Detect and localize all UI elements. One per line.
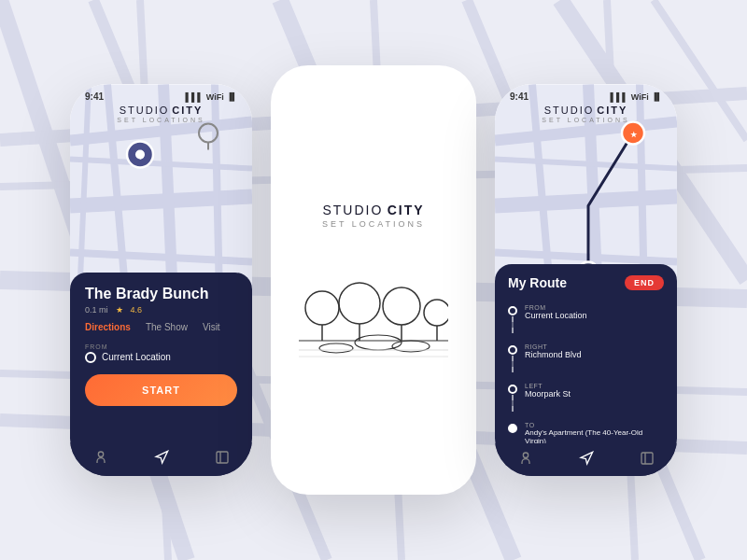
- nav-bookmark-icon[interactable]: [215, 450, 230, 469]
- bottom-nav-left: [70, 442, 252, 476]
- battery-icon-right: ▐▌: [652, 92, 662, 101]
- route-steps: FROM Current Location RIGHT Richmond Blv…: [508, 300, 664, 450]
- nav-navigation-icon[interactable]: [154, 450, 169, 469]
- step-direction-2: RIGHT: [525, 343, 664, 350]
- nav-bookmark-icon-right[interactable]: [640, 451, 655, 469]
- step-direction-3: LEFT: [525, 383, 664, 389]
- svg-text:★: ★: [630, 131, 638, 139]
- svg-point-41: [355, 335, 402, 350]
- step-location-2: Richmond Blvd: [525, 350, 664, 359]
- svg-line-49: [495, 197, 677, 206]
- status-icons-left: ▌▌▌ WiFi ▐▌: [186, 92, 237, 102]
- signal-icon: ▌▌▌: [186, 92, 204, 102]
- svg-text:⬡: ⬡: [137, 152, 144, 161]
- route-step-1: FROM Current Location: [508, 300, 664, 339]
- center-logo-city: CITY: [388, 203, 425, 217]
- nav-person-icon[interactable]: [93, 450, 108, 469]
- step-location-1: Current Location: [525, 311, 664, 320]
- bottom-panel-left: The Brady Bunch 0.1 mi ★ 4.6 Directions …: [70, 273, 252, 476]
- signal-icon-right: ▌▌▌: [611, 92, 628, 102]
- step-indicator-1: [508, 306, 517, 334]
- step-dot-1: [508, 306, 517, 315]
- wifi-icon-right: WiFi: [631, 92, 649, 102]
- panel-title: The Brady Bunch: [85, 286, 237, 302]
- time-right: 9:41: [510, 91, 529, 102]
- status-bar-left: 9:41 ▌▌▌ WiFi ▐▌: [70, 84, 252, 105]
- center-logo: STUDIO CITY SET LOCATIONS: [322, 202, 425, 229]
- svg-point-33: [305, 291, 339, 325]
- step-dot-3: [508, 385, 517, 394]
- step-content-1: FROM Current Location: [525, 304, 664, 320]
- wifi-icon: WiFi: [206, 92, 224, 102]
- step-line-1: [512, 316, 514, 333]
- route-title: My Route: [508, 275, 567, 290]
- svg-marker-30: [156, 451, 168, 463]
- from-dot-icon: [85, 352, 96, 363]
- phone-right: 9:41 ▌▌▌ WiFi ▐▌ STUDIO CITY SET LOCATIO…: [495, 84, 677, 476]
- from-label: FROM: [85, 343, 237, 350]
- center-logo-sub: SET LOCATIONS: [322, 219, 425, 229]
- app-header-left: STUDIO CITY SET LOCATIONS: [70, 105, 252, 123]
- step-dot-2: [508, 345, 517, 355]
- nav-navigation-icon-right[interactable]: [579, 451, 594, 469]
- step-direction-1: FROM: [525, 304, 664, 311]
- center-illustration: [299, 266, 448, 359]
- route-header: My Route END: [508, 275, 664, 290]
- step-location-3: Moorpark St: [525, 389, 664, 399]
- phone-left: 9:41 ▌▌▌ WiFi ▐▌ STUDIO CITY SET LOCATIO…: [70, 84, 252, 476]
- svg-rect-60: [641, 453, 653, 464]
- logo-studio-right: STUDIO: [544, 105, 595, 116]
- step-content-4: TO Andy's Apartment (The 40-Year-Old Vir…: [525, 422, 664, 445]
- rating-stars: ★: [116, 305, 123, 315]
- svg-point-58: [523, 453, 528, 457]
- svg-line-17: [70, 197, 252, 206]
- step-line-2: [512, 356, 514, 372]
- rating-value: 4.6: [131, 305, 143, 315]
- panel-tabs: Directions The Show Visit: [85, 322, 237, 332]
- step-content-3: LEFT Moorpark St: [525, 383, 664, 399]
- tab-show[interactable]: The Show: [146, 322, 188, 332]
- tab-directions[interactable]: Directions: [85, 322, 131, 332]
- nav-person-icon-right[interactable]: [518, 451, 533, 469]
- from-row: Current Location: [85, 352, 237, 363]
- step-indicator-4: [508, 424, 517, 433]
- svg-point-43: [319, 343, 353, 353]
- step-content-2: RIGHT Richmond Blvd: [525, 343, 664, 359]
- step-line-3: [512, 395, 514, 412]
- distance-badge: 0.1 mi: [85, 305, 108, 315]
- logo-sub-left: SET LOCATIONS: [70, 117, 252, 123]
- bottom-nav-right: [495, 443, 677, 476]
- svg-point-29: [98, 452, 103, 456]
- step-direction-4: TO: [525, 422, 664, 428]
- battery-icon: ▐▌: [227, 92, 237, 101]
- svg-marker-59: [581, 452, 593, 464]
- route-step-3: LEFT Moorpark St: [508, 378, 664, 417]
- svg-point-39: [424, 300, 448, 326]
- route-step-2: RIGHT Richmond Blvd: [508, 339, 664, 378]
- svg-point-37: [383, 287, 420, 325]
- svg-rect-31: [217, 452, 228, 463]
- panel-meta: 0.1 mi ★ 4.6: [85, 305, 237, 315]
- start-button[interactable]: START: [85, 374, 237, 406]
- end-button[interactable]: END: [625, 275, 664, 290]
- logo-city-right: CITY: [597, 105, 627, 116]
- phone-center: STUDIO CITY SET LOCATIONS: [271, 65, 476, 495]
- route-panel: My Route END FROM Current Location: [495, 264, 677, 476]
- time-left: 9:41: [85, 91, 104, 102]
- app-header-right: STUDIO CITY SET LOCATIONS: [495, 105, 677, 123]
- step-indicator-3: [508, 385, 517, 413]
- status-icons-right: ▌▌▌ WiFi ▐▌: [611, 92, 662, 102]
- phones-container: 9:41 ▌▌▌ WiFi ▐▌ STUDIO CITY SET LOCATIO…: [70, 65, 677, 495]
- status-bar-right: 9:41 ▌▌▌ WiFi ▐▌: [495, 84, 677, 105]
- step-indicator-2: [508, 345, 517, 373]
- logo-studio-left: STUDIO: [120, 105, 170, 116]
- center-content: STUDIO CITY SET LOCATIONS: [271, 65, 476, 495]
- from-location: Current Location: [102, 352, 171, 362]
- tab-visit[interactable]: Visit: [203, 322, 220, 332]
- center-logo-studio: STUDIO: [322, 203, 383, 217]
- logo-sub-right: SET LOCATIONS: [495, 117, 677, 123]
- logo-city-left: CITY: [172, 105, 203, 116]
- svg-point-35: [339, 283, 380, 324]
- step-dot-4: [508, 424, 517, 433]
